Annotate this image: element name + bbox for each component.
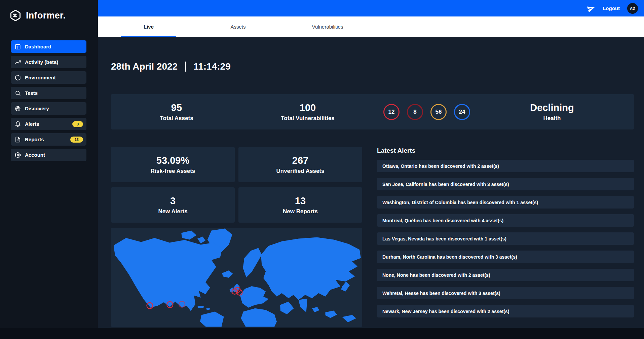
sidebar-item-environment[interactable]: Environment xyxy=(11,71,86,84)
asset-map-card xyxy=(111,228,362,327)
sidebar-item-label: Alerts xyxy=(25,121,39,127)
date-text: 28th April 2022 xyxy=(111,61,178,72)
stat-cards-grid: 53.09% Risk-free Assets 267 Unverified A… xyxy=(111,147,362,223)
new-reports-card: 13 New Reports xyxy=(238,187,362,223)
stat-card-label: Risk-free Assets xyxy=(151,168,195,175)
sidebar-item-alerts[interactable]: Alerts 3 xyxy=(11,118,86,130)
stat-card-value: 13 xyxy=(295,195,306,206)
latest-alerts-title: Latest Alerts xyxy=(377,147,634,154)
stat-card-value: 267 xyxy=(292,155,308,166)
sidebar-item-label: Reports xyxy=(25,137,44,142)
severity-circle-low[interactable]: 24 xyxy=(454,104,470,120)
summary-bar: 95 Total Assets 100 Total Vulnerabilitie… xyxy=(111,94,634,129)
main-content: 28th April 2022 11:14:29 95 Total Assets… xyxy=(98,37,644,339)
severity-circle-high[interactable]: 8 xyxy=(407,104,423,120)
sidebar-item-dashboard[interactable]: Dashboard xyxy=(11,40,86,53)
stat-card-value: 53.09% xyxy=(156,155,189,166)
health-stat: Declining Health xyxy=(470,102,634,122)
avatar[interactable]: AD xyxy=(627,3,638,14)
app-logo: Informer. xyxy=(0,0,98,22)
sidebar-item-label: Tests xyxy=(25,90,38,96)
activity-icon xyxy=(15,59,21,65)
total-assets-label: Total Assets xyxy=(111,115,242,122)
footer-strip xyxy=(0,328,644,339)
tab-vulnerabilities[interactable]: Vulnerabilities xyxy=(283,16,372,37)
alert-list-item[interactable]: Las Vegas, Nevada has been discovered wi… xyxy=(377,232,634,245)
reports-count-badge: 13 xyxy=(70,137,83,143)
sidebar-item-label: Dashboard xyxy=(25,44,51,49)
alert-list-item[interactable]: Durham, North Carolina has been discover… xyxy=(377,251,634,263)
sidebar-item-account[interactable]: Account xyxy=(11,149,86,161)
account-icon xyxy=(15,152,21,158)
tab-live[interactable]: Live xyxy=(104,16,193,37)
stat-card-value: 3 xyxy=(170,195,176,206)
topbar: Logout AD xyxy=(98,0,644,16)
total-assets-value: 95 xyxy=(111,102,242,113)
logout-button[interactable]: Logout xyxy=(603,5,620,11)
sidebar-menu: Dashboard Activity (beta) Environment Te… xyxy=(0,40,98,161)
left-column: 53.09% Risk-free Assets 267 Unverified A… xyxy=(111,147,362,327)
sidebar-item-reports[interactable]: Reports 13 xyxy=(11,133,86,146)
total-vulnerabilities-stat: 100 Total Vulnerabilities xyxy=(242,102,373,122)
tab-bar: Live Assets Vulnerabilities xyxy=(98,16,644,37)
sidebar-item-discovery[interactable]: Discovery xyxy=(11,102,86,115)
alert-list-item[interactable]: San Jose, California has been discovered… xyxy=(377,178,634,190)
environment-icon xyxy=(15,75,21,81)
alert-list-item[interactable]: Washington, District of Columbia has bee… xyxy=(377,196,634,209)
date-time-divider xyxy=(185,62,186,72)
sidebar-item-activity[interactable]: Activity (beta) xyxy=(11,56,86,68)
stat-card-label: Unverified Assets xyxy=(276,168,325,175)
time-text: 11:14:29 xyxy=(193,61,231,72)
total-assets-stat: 95 Total Assets xyxy=(111,102,242,122)
alert-list-item[interactable]: Montreal, Québec has been discovered wit… xyxy=(377,214,634,227)
severity-circle-medium[interactable]: 56 xyxy=(430,104,447,120)
discovery-icon xyxy=(15,106,21,112)
alert-list-item[interactable]: None, None has been discovered with 2 as… xyxy=(377,269,634,281)
risk-free-assets-card: 53.09% Risk-free Assets xyxy=(111,147,235,182)
dashboard-icon xyxy=(15,44,21,50)
sidebar: Informer. Dashboard Activity (beta) Envi… xyxy=(0,0,98,339)
sidebar-item-tests[interactable]: Tests xyxy=(11,87,86,99)
new-alerts-card: 3 New Alerts xyxy=(111,187,235,223)
sidebar-item-label: Account xyxy=(25,152,45,158)
severity-circles: 12 8 56 24 xyxy=(383,104,470,120)
informer-logo-icon xyxy=(9,9,22,22)
total-vulnerabilities-label: Total Vulnerabilities xyxy=(242,115,373,122)
stat-card-label: New Alerts xyxy=(158,208,187,215)
content-row: 53.09% Risk-free Assets 267 Unverified A… xyxy=(111,147,634,327)
total-vulnerabilities-value: 100 xyxy=(242,102,373,113)
app-logo-text: Informer. xyxy=(26,10,66,21)
health-label: Health xyxy=(470,115,634,122)
reports-icon xyxy=(15,137,21,143)
sidebar-item-label: Activity (beta) xyxy=(25,59,58,65)
alerts-icon xyxy=(15,121,21,127)
alert-list-item[interactable]: Ottawa, Ontario has been discovered with… xyxy=(377,160,634,172)
rocket-icon[interactable] xyxy=(586,3,596,13)
alert-list-item[interactable]: Wehretal, Hesse has been discovered with… xyxy=(377,287,634,299)
sidebar-item-label: Environment xyxy=(25,75,56,80)
latest-alerts-panel: Latest Alerts Ottawa, Ontario has been d… xyxy=(377,147,634,327)
alert-list-item[interactable]: Newark, New Jersey has been discovered w… xyxy=(377,305,634,317)
stat-card-label: New Reports xyxy=(283,208,318,215)
tests-icon xyxy=(15,90,21,96)
sidebar-item-label: Discovery xyxy=(25,106,49,111)
world-map xyxy=(111,228,362,327)
date-time-heading: 28th April 2022 11:14:29 xyxy=(111,61,634,72)
unverified-assets-card: 267 Unverified Assets xyxy=(238,147,362,182)
tab-assets[interactable]: Assets xyxy=(193,16,283,37)
severity-circle-critical[interactable]: 12 xyxy=(383,104,400,120)
health-value: Declining xyxy=(470,102,634,113)
alerts-count-badge: 3 xyxy=(72,121,83,127)
